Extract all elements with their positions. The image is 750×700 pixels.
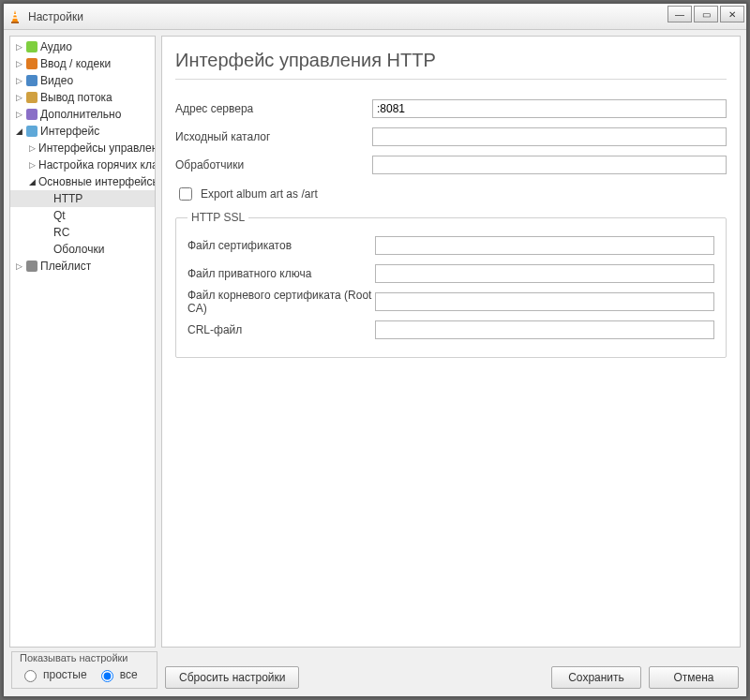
server-address-label: Адрес сервера bbox=[175, 102, 372, 115]
source-dir-input[interactable] bbox=[372, 127, 727, 146]
tree-label: Плейлист bbox=[40, 260, 91, 273]
svg-marker-0 bbox=[12, 10, 18, 22]
chevron-right-icon: ▷ bbox=[14, 110, 23, 119]
ssl-crl-input[interactable] bbox=[375, 320, 714, 339]
system-buttons: — ▭ ✕ bbox=[668, 6, 744, 22]
titlebar[interactable]: Настройки — ▭ ✕ bbox=[4, 4, 746, 30]
settings-page: Интерфейс управления HTTP Адрес сервера … bbox=[161, 36, 741, 648]
radio-simple[interactable]: простые bbox=[20, 667, 87, 682]
chevron-right-icon: ▷ bbox=[14, 42, 23, 52]
http-ssl-group: HTTP SSL Файл сертификатов Файл приватно… bbox=[175, 211, 727, 358]
svg-rect-2 bbox=[13, 14, 17, 15]
export-album-art-label[interactable]: Export album art as /art bbox=[201, 187, 318, 201]
window-title: Настройки bbox=[28, 10, 83, 23]
show-settings-label: Показывать настройки bbox=[20, 652, 149, 663]
radio-all-input[interactable] bbox=[101, 670, 113, 682]
tree-label: Основные интерфейсы bbox=[38, 175, 155, 188]
ssl-key-label: Файл приватного ключа bbox=[188, 267, 375, 280]
advanced-icon bbox=[25, 108, 38, 121]
ssl-crl-label: CRL-файл bbox=[188, 323, 375, 336]
handlers-label: Обработчики bbox=[175, 158, 372, 171]
tree-item-video[interactable]: ▷ Видео bbox=[10, 72, 155, 89]
ssl-rootca-label: Файл корневого сертификата (Root CA) bbox=[188, 289, 375, 315]
export-album-art-checkbox[interactable] bbox=[179, 187, 192, 201]
svg-rect-3 bbox=[12, 17, 17, 18]
tree-item-playlist[interactable]: ▷ Плейлист bbox=[10, 258, 155, 275]
radio-all-label: все bbox=[120, 668, 138, 681]
divider bbox=[175, 79, 727, 80]
tree-item-advanced[interactable]: ▷ Дополнительно bbox=[10, 106, 155, 123]
interface-icon bbox=[25, 125, 38, 138]
server-address-input[interactable] bbox=[372, 99, 727, 118]
chevron-down-icon: ◢ bbox=[14, 127, 23, 136]
tree-label: Вывод потока bbox=[40, 91, 112, 104]
svg-rect-1 bbox=[11, 22, 19, 23]
minimize-button[interactable]: — bbox=[668, 6, 692, 22]
show-settings-group: Показывать настройки простые все bbox=[11, 651, 158, 689]
tree-item-control-interfaces[interactable]: ▷ Интерфейсы управления bbox=[10, 140, 155, 156]
chevron-right-icon: ▷ bbox=[14, 93, 23, 102]
maximize-button[interactable]: ▭ bbox=[694, 6, 718, 22]
tree-item-input[interactable]: ▷ Ввод / кодеки bbox=[10, 55, 155, 72]
input-icon bbox=[25, 57, 38, 70]
http-ssl-legend: HTTP SSL bbox=[188, 211, 248, 224]
chevron-right-icon: ▷ bbox=[14, 76, 23, 85]
footer-bar: Показывать настройки простые все Сбросит… bbox=[4, 648, 746, 696]
ssl-cert-input[interactable] bbox=[375, 236, 714, 255]
tree-label: Интерфейсы управления bbox=[38, 141, 155, 155]
close-button[interactable]: ✕ bbox=[720, 6, 744, 22]
tree-item-rc[interactable]: RC bbox=[10, 224, 155, 241]
ssl-rootca-input[interactable] bbox=[375, 292, 714, 311]
audio-icon bbox=[25, 40, 38, 53]
tree-label: HTTP bbox=[53, 192, 82, 205]
save-button[interactable]: Сохранить bbox=[551, 666, 641, 689]
chevron-right-icon: ▷ bbox=[14, 261, 23, 271]
page-title: Интерфейс управления HTTP bbox=[175, 50, 727, 71]
ssl-key-input[interactable] bbox=[375, 264, 714, 283]
tree-label: RC bbox=[53, 226, 69, 239]
tree-label: Дополнительно bbox=[40, 108, 121, 121]
ssl-cert-label: Файл сертификатов bbox=[188, 239, 375, 252]
tree-item-qt[interactable]: Qt bbox=[10, 207, 155, 224]
tree-item-audio[interactable]: ▷ Аудио bbox=[10, 38, 155, 55]
chevron-down-icon: ◢ bbox=[27, 177, 37, 186]
radio-simple-input[interactable] bbox=[24, 670, 37, 682]
reset-button[interactable]: Сбросить настройки bbox=[165, 666, 299, 689]
chevron-right-icon: ▷ bbox=[14, 59, 23, 68]
tree-label: Оболочки bbox=[53, 243, 104, 256]
tree-item-interface[interactable]: ◢ Интерфейс bbox=[10, 123, 155, 140]
chevron-right-icon: ▷ bbox=[27, 160, 37, 170]
tree-item-http[interactable]: HTTP bbox=[10, 190, 155, 207]
radio-simple-label: простые bbox=[43, 668, 87, 681]
settings-window: Настройки — ▭ ✕ ▷ Аудио ▷ Ввод / кодеки bbox=[3, 3, 747, 697]
stream-output-icon bbox=[25, 91, 38, 104]
tree-label: Qt bbox=[53, 209, 66, 222]
tree-item-sout[interactable]: ▷ Вывод потока bbox=[10, 89, 155, 106]
tree-label: Интерфейс bbox=[40, 125, 99, 138]
handlers-input[interactable] bbox=[372, 156, 727, 174]
tree-item-skins[interactable]: Оболочки bbox=[10, 241, 155, 258]
tree-label: Настройка горячих клавиш bbox=[38, 158, 155, 171]
tree-item-main-interfaces[interactable]: ◢ Основные интерфейсы bbox=[10, 173, 155, 190]
tree-label: Аудио bbox=[40, 40, 72, 53]
tree-item-hotkeys[interactable]: ▷ Настройка горячих клавиш bbox=[10, 156, 155, 173]
source-dir-label: Исходный каталог bbox=[175, 130, 372, 143]
video-icon bbox=[25, 74, 38, 87]
tree-label: Видео bbox=[40, 74, 73, 87]
radio-all[interactable]: все bbox=[97, 667, 138, 682]
cancel-button[interactable]: Отмена bbox=[649, 666, 739, 689]
tree-label: Ввод / кодеки bbox=[40, 57, 111, 70]
chevron-right-icon: ▷ bbox=[27, 143, 37, 153]
settings-tree[interactable]: ▷ Аудио ▷ Ввод / кодеки ▷ Видео ▷ bbox=[9, 36, 156, 648]
vlc-cone-icon bbox=[8, 9, 22, 24]
playlist-icon bbox=[25, 260, 38, 273]
